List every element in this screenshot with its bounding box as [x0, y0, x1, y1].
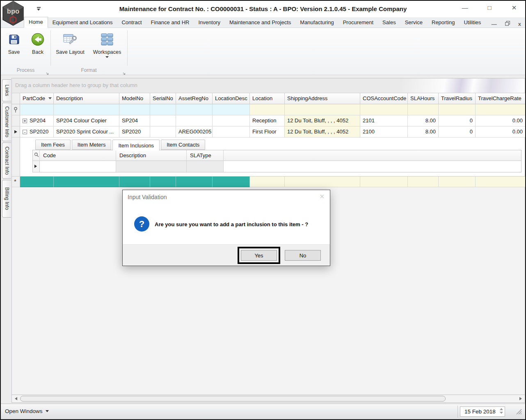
child-close-button[interactable]: x	[518, 21, 521, 27]
sidebar-item-contract-info[interactable]: Contract Info	[2, 142, 11, 179]
cell-travelradius[interactable]: 0	[439, 126, 476, 138]
process-dialog-launcher-icon[interactable]	[45, 69, 49, 73]
column-header-travelradius[interactable]: TravelRadius	[439, 93, 476, 104]
filter-cell-travelradius[interactable]	[439, 104, 476, 115]
filter-cell-assetregno[interactable]	[176, 104, 213, 115]
new-cell-shippingaddress[interactable]	[285, 177, 360, 187]
filter-cell-slahours[interactable]	[408, 104, 439, 115]
filter-cell-partcode[interactable]	[20, 104, 54, 115]
sidebar-item-customer-info[interactable]: Customer Info	[2, 103, 11, 141]
new-cell-location[interactable]	[250, 177, 285, 187]
column-header-location[interactable]: Location	[250, 93, 285, 104]
date-spin-down-icon[interactable]	[500, 412, 503, 414]
date-field[interactable]: 15 Feb 2018	[460, 406, 505, 417]
filter-cell-locationdesc[interactable]	[213, 104, 250, 115]
tab-item-inclusions[interactable]: Item Inclusions	[112, 140, 160, 151]
column-header-shippingaddress[interactable]: ShippingAddress	[285, 93, 360, 104]
subgrid-cell-code[interactable]	[40, 161, 116, 172]
new-cell-locationdesc[interactable]	[213, 177, 250, 187]
cell-travelchargerate[interactable]: 0.00	[476, 115, 526, 126]
window-close-button[interactable]: ✕	[510, 4, 518, 11]
cell-location[interactable]: Reception	[250, 115, 285, 126]
cell-locationdesc[interactable]	[213, 126, 250, 138]
column-header-modelno[interactable]: ModelNo	[119, 93, 150, 104]
new-cell-modelno[interactable]	[119, 177, 150, 187]
cell-serialno[interactable]	[150, 115, 176, 126]
ribbon-tab-maintenance-and-projects[interactable]: Maintenance and Projects	[225, 18, 295, 28]
cell-shippingaddress[interactable]: 12 Du Toit, Bluff, , , , 4052	[285, 115, 360, 126]
save-layout-button[interactable]: Save Layout	[53, 31, 87, 55]
cell-serialno[interactable]	[150, 126, 176, 138]
new-cell-travelradius[interactable]	[439, 177, 476, 187]
column-header-partcode[interactable]: PartCode	[20, 93, 54, 104]
yes-button[interactable]: Yes	[241, 250, 277, 261]
filter-cell-location[interactable]	[250, 104, 285, 115]
child-minimize-button[interactable]: —	[492, 21, 497, 27]
group-by-panel[interactable]: Drag a column header here to group by th…	[12, 78, 525, 93]
column-header-travelchargerate[interactable]: TravelChargeRate	[476, 93, 526, 104]
ribbon-tab-reporting[interactable]: Reporting	[427, 18, 459, 28]
tab-item-meters[interactable]: Item Meters	[72, 140, 112, 150]
new-cell-assetregno[interactable]	[176, 177, 213, 187]
expand-icon[interactable]: +	[23, 119, 27, 123]
ribbon-tab-procurement[interactable]: Procurement	[338, 18, 378, 28]
cell-cosaccountcode[interactable]: 2101	[360, 115, 408, 126]
new-cell-travelchargerate[interactable]	[476, 177, 526, 187]
new-cell-description[interactable]	[54, 177, 119, 187]
open-windows-button[interactable]: Open Windows	[5, 408, 49, 414]
column-header-slahours[interactable]: SLAHours	[408, 93, 439, 104]
cell-travelchargerate[interactable]: 0.00	[476, 126, 526, 138]
sidebar-item-links[interactable]: Links	[2, 79, 11, 101]
scroll-left-arrow-icon[interactable]	[15, 397, 17, 400]
tab-item-contacts[interactable]: Item Contacts	[161, 140, 205, 150]
column-header-locationdesc[interactable]: LocationDesc	[213, 93, 250, 104]
cell-cosaccountcode[interactable]: 2100	[360, 126, 408, 138]
cell-modelno[interactable]: SP204	[119, 115, 150, 126]
child-restore-button[interactable]	[505, 20, 510, 28]
save-button[interactable]: Save	[2, 31, 25, 55]
cell-assetregno[interactable]	[176, 115, 213, 126]
filter-cell-travelchargerate[interactable]	[476, 104, 526, 115]
filter-cell-modelno[interactable]	[119, 104, 150, 115]
cell-partcode[interactable]: -SP2020	[20, 126, 54, 138]
cell-description[interactable]: SP2020 Sprint Colour ...	[54, 126, 119, 138]
subgrid-cell-slatype[interactable]	[187, 161, 224, 172]
ribbon-tab-sales[interactable]: Sales	[378, 18, 400, 28]
ribbon-tab-inventory[interactable]: Inventory	[194, 18, 225, 28]
new-cell-partcode[interactable]	[20, 177, 54, 187]
cell-slahours[interactable]: 8.00	[408, 126, 439, 138]
filter-cell-shippingaddress[interactable]	[285, 104, 360, 115]
new-cell-cosaccountcode[interactable]	[360, 177, 408, 187]
subgrid-cell-description[interactable]	[116, 161, 187, 172]
workspaces-dropdown-caret-icon[interactable]	[105, 56, 109, 58]
tab-item-fees[interactable]: Item Fees	[35, 140, 71, 150]
cell-partcode[interactable]: +SP204	[20, 115, 54, 126]
column-header-assetregno[interactable]: AssetRegNo	[176, 93, 213, 104]
cell-shippingaddress[interactable]: 12 Du Toit, Bluff, , , , 4052	[285, 126, 360, 138]
cell-modelno[interactable]: SP2020	[119, 126, 150, 138]
back-button[interactable]: Back	[26, 31, 49, 55]
ribbon-tab-service[interactable]: Service	[400, 18, 427, 28]
horizontal-scrollbar[interactable]	[11, 395, 525, 403]
ribbon-tab-home[interactable]: Home	[24, 17, 48, 28]
scroll-right-arrow-icon[interactable]	[519, 397, 522, 400]
subgrid-column-description[interactable]: Description	[116, 150, 187, 161]
cell-description[interactable]: SP204 Colour Copier	[54, 115, 119, 126]
cell-travelradius[interactable]: 0	[439, 115, 476, 126]
grid-new-row[interactable]: *	[12, 177, 525, 187]
new-cell-slahours[interactable]	[408, 177, 439, 187]
ribbon-tab-contract[interactable]: Contract	[117, 18, 146, 28]
column-header-serialno[interactable]: SerialNo	[150, 93, 176, 104]
no-button[interactable]: No	[285, 250, 321, 261]
scrollbar-thumb[interactable]	[20, 396, 446, 402]
workspaces-button[interactable]: Workspaces	[89, 31, 125, 58]
ribbon-tab-utilities[interactable]: Utilities	[459, 18, 485, 28]
cell-assetregno[interactable]: AREG000205	[176, 126, 213, 138]
window-maximize-button[interactable]: □	[486, 4, 493, 11]
resize-grip-icon[interactable]	[516, 409, 522, 416]
collapse-icon[interactable]: -	[23, 130, 27, 134]
ribbon-tab-equipment-and-locations[interactable]: Equipment and Locations	[48, 18, 117, 28]
subgrid-column-code[interactable]: Code	[40, 150, 116, 161]
column-header-description[interactable]: Description	[54, 93, 119, 104]
ribbon-tab-manufacturing[interactable]: Manufacturing	[295, 18, 338, 28]
